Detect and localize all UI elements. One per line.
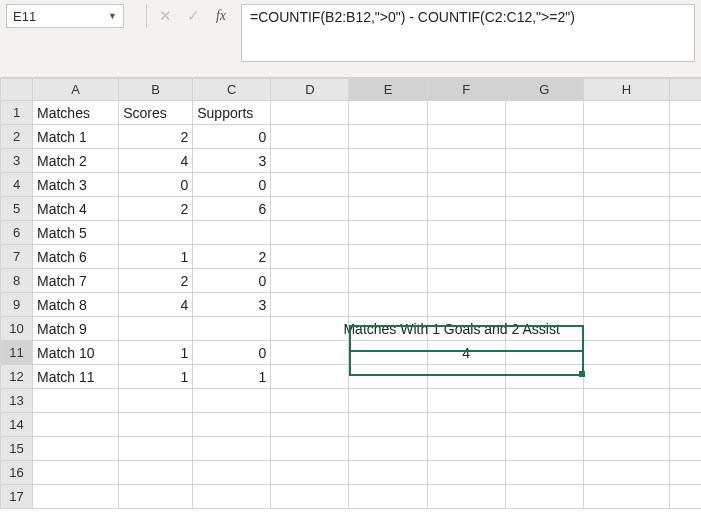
cell-E6[interactable]	[349, 221, 427, 245]
row-header-1[interactable]: 1	[1, 101, 33, 125]
cell-C17[interactable]	[193, 485, 271, 509]
cell-I10[interactable]	[669, 317, 701, 341]
cell-B10[interactable]	[119, 317, 193, 341]
cell-C15[interactable]	[193, 437, 271, 461]
cell-H1[interactable]	[583, 101, 669, 125]
cell-H3[interactable]	[583, 149, 669, 173]
cell-E8[interactable]	[349, 269, 427, 293]
cell-D3[interactable]	[271, 149, 349, 173]
cell-E11[interactable]	[349, 341, 427, 365]
cell-E2[interactable]	[349, 125, 427, 149]
cell-C10[interactable]	[193, 317, 271, 341]
cell-D13[interactable]	[271, 389, 349, 413]
cell-I16[interactable]	[669, 461, 701, 485]
cell-C5[interactable]: 6	[193, 197, 271, 221]
cell-G2[interactable]	[505, 125, 583, 149]
row-header-8[interactable]: 8	[1, 269, 33, 293]
cell-F12[interactable]	[427, 365, 505, 389]
cell-D7[interactable]	[271, 245, 349, 269]
cell-I5[interactable]	[669, 197, 701, 221]
cell-H8[interactable]	[583, 269, 669, 293]
cell-A8[interactable]: Match 7	[33, 269, 119, 293]
cell-E7[interactable]	[349, 245, 427, 269]
cancel-formula-button[interactable]: ✕	[151, 4, 179, 28]
cell-G17[interactable]	[505, 485, 583, 509]
cell-A17[interactable]	[33, 485, 119, 509]
cell-C14[interactable]	[193, 413, 271, 437]
cell-E13[interactable]	[349, 389, 427, 413]
row-header-7[interactable]: 7	[1, 245, 33, 269]
cell-G16[interactable]	[505, 461, 583, 485]
cell-G9[interactable]	[505, 293, 583, 317]
cell-H12[interactable]	[583, 365, 669, 389]
col-header-D[interactable]: D	[271, 79, 349, 101]
cell-B12[interactable]: 1	[119, 365, 193, 389]
cell-G4[interactable]	[505, 173, 583, 197]
cell-F16[interactable]	[427, 461, 505, 485]
cell-B15[interactable]	[119, 437, 193, 461]
cell-D15[interactable]	[271, 437, 349, 461]
cell-A3[interactable]: Match 2	[33, 149, 119, 173]
cell-I13[interactable]	[669, 389, 701, 413]
cell-I1[interactable]	[669, 101, 701, 125]
cell-I8[interactable]	[669, 269, 701, 293]
cell-G11[interactable]	[505, 341, 583, 365]
cell-G1[interactable]	[505, 101, 583, 125]
cell-D5[interactable]	[271, 197, 349, 221]
cell-H17[interactable]	[583, 485, 669, 509]
cell-G15[interactable]	[505, 437, 583, 461]
cell-D11[interactable]	[271, 341, 349, 365]
cell-A1[interactable]: Matches	[33, 101, 119, 125]
cell-A4[interactable]: Match 3	[33, 173, 119, 197]
cell-A16[interactable]	[33, 461, 119, 485]
cell-D2[interactable]	[271, 125, 349, 149]
cell-A15[interactable]	[33, 437, 119, 461]
cell-E14[interactable]	[349, 413, 427, 437]
cell-F8[interactable]	[427, 269, 505, 293]
cell-D8[interactable]	[271, 269, 349, 293]
cell-C12[interactable]: 1	[193, 365, 271, 389]
cell-I2[interactable]	[669, 125, 701, 149]
cell-C16[interactable]	[193, 461, 271, 485]
cell-B2[interactable]: 2	[119, 125, 193, 149]
cell-H15[interactable]	[583, 437, 669, 461]
cell-F3[interactable]	[427, 149, 505, 173]
cell-I7[interactable]	[669, 245, 701, 269]
cell-G7[interactable]	[505, 245, 583, 269]
cell-A6[interactable]: Match 5	[33, 221, 119, 245]
select-all-corner[interactable]	[1, 79, 33, 101]
cell-D6[interactable]	[271, 221, 349, 245]
cell-H2[interactable]	[583, 125, 669, 149]
cell-D16[interactable]	[271, 461, 349, 485]
cell-E5[interactable]	[349, 197, 427, 221]
row-header-16[interactable]: 16	[1, 461, 33, 485]
col-header-I[interactable]	[669, 79, 701, 101]
cell-A2[interactable]: Match 1	[33, 125, 119, 149]
cell-B3[interactable]: 4	[119, 149, 193, 173]
cell-C13[interactable]	[193, 389, 271, 413]
name-box-dropdown-icon[interactable]: ▼	[108, 11, 117, 21]
cell-B9[interactable]: 4	[119, 293, 193, 317]
cell-A14[interactable]	[33, 413, 119, 437]
cell-C1[interactable]: Supports	[193, 101, 271, 125]
cell-B4[interactable]: 0	[119, 173, 193, 197]
cell-H13[interactable]	[583, 389, 669, 413]
col-header-C[interactable]: C	[193, 79, 271, 101]
cell-I3[interactable]	[669, 149, 701, 173]
cell-G8[interactable]	[505, 269, 583, 293]
cell-H5[interactable]	[583, 197, 669, 221]
cell-F9[interactable]	[427, 293, 505, 317]
cell-I4[interactable]	[669, 173, 701, 197]
cell-H4[interactable]	[583, 173, 669, 197]
cell-D10[interactable]	[271, 317, 349, 341]
cell-E9[interactable]	[349, 293, 427, 317]
cell-A11[interactable]: Match 10	[33, 341, 119, 365]
cell-F13[interactable]	[427, 389, 505, 413]
cell-B17[interactable]	[119, 485, 193, 509]
cell-H7[interactable]	[583, 245, 669, 269]
cell-G12[interactable]	[505, 365, 583, 389]
insert-function-button[interactable]: fx	[207, 4, 235, 28]
cell-H14[interactable]	[583, 413, 669, 437]
spreadsheet-grid[interactable]: A B C D E F G H 1 Matches Scores Support…	[0, 78, 701, 509]
cell-F11[interactable]: 4	[427, 341, 505, 365]
